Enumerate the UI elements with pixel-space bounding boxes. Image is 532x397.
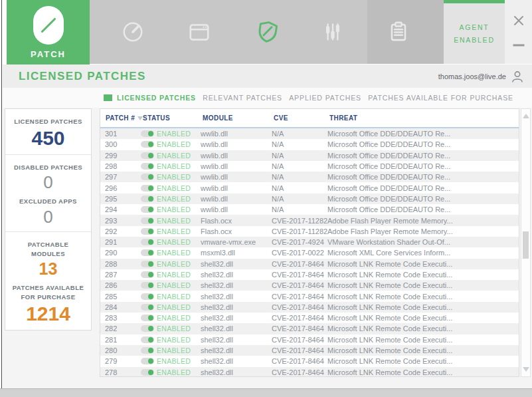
status-toggle[interactable] (141, 369, 154, 376)
cell-status: ENABLED (141, 293, 201, 301)
browser-icon[interactable] (177, 0, 221, 64)
gauge-icon[interactable] (111, 0, 155, 64)
user-area[interactable]: thomas.joos@live.de (438, 65, 524, 88)
cell-status: ENABLED (141, 314, 201, 322)
status-toggle[interactable] (141, 293, 154, 300)
status-toggle[interactable] (141, 249, 154, 256)
status-toggle[interactable] (141, 174, 154, 180)
cell-status: ENABLED (141, 162, 201, 170)
window-left-border (1, 0, 2, 388)
status-toggle[interactable] (141, 271, 154, 278)
status-toggle[interactable] (141, 282, 154, 289)
status-toggle[interactable] (141, 228, 154, 235)
table-row[interactable]: 291ENABLEDvmware-vmx.exeCVE-2017-4924VMw… (100, 237, 519, 247)
cell-patch-number: 286 (100, 281, 141, 289)
cell-module: wwlib.dll (201, 130, 272, 138)
cell-patch-number: 283 (100, 314, 141, 322)
scroll-up-icon[interactable] (523, 114, 529, 118)
cell-status: ENABLED (141, 249, 201, 257)
table-row[interactable]: 299ENABLEDwwlib.dllN/AMicrosoft Office D… (100, 150, 519, 161)
toggle-knob-icon (148, 283, 153, 288)
table-row[interactable]: 282ENABLEDshell32.dllCVE-2017-8464Micros… (100, 323, 519, 334)
cell-module: wwlib.dll (201, 195, 272, 203)
sort-descending-icon[interactable] (137, 116, 143, 120)
status-toggle[interactable] (141, 325, 154, 332)
window-bottom-edge (0, 388, 532, 397)
cell-threat: Adobe Flash Player Remote Memory... (327, 227, 519, 235)
cell-threat: Microsoft LNK Remote Code Executi... (327, 368, 519, 376)
status-toggle[interactable] (141, 185, 154, 192)
status-toggle[interactable] (141, 141, 154, 148)
toolbar-tab-patch[interactable]: PATCH (7, 0, 90, 65)
status-toggle[interactable] (141, 206, 154, 213)
status-toggle[interactable] (141, 315, 154, 321)
cell-status: ENABLED (141, 217, 201, 225)
cell-patch-number: 278 (100, 368, 141, 376)
toolbar: PATCH (3, 0, 532, 65)
table-row[interactable]: 285ENABLEDshell32.dllCVE-2017-8464Micros… (100, 291, 519, 301)
status-toggle[interactable] (141, 239, 154, 245)
table-row[interactable]: 296ENABLEDwwlib.dllN/AMicrosoft Office D… (100, 182, 519, 193)
status-toggle[interactable] (141, 304, 154, 311)
table-row[interactable]: 283ENABLEDshell32.dllCVE-2017-8464Micros… (100, 313, 519, 323)
scrollbar-thumb[interactable] (523, 231, 529, 259)
table-row[interactable]: 297ENABLEDwwlib.dllN/AMicrosoft Office D… (100, 172, 519, 182)
cell-patch-number: 296 (100, 184, 141, 192)
table-row[interactable]: 290ENABLEDmsxml3.dllCVE-2017-0022Microso… (100, 247, 519, 258)
tab-relevant-patches[interactable]: RELEVANT PATCHES (203, 94, 282, 102)
tab-applied-patches[interactable]: APPLIED PATCHES (289, 94, 361, 102)
column-header-module[interactable]: MODULE (203, 114, 274, 122)
cell-status: ENABLED (141, 195, 201, 203)
cell-threat: Microsoft Office DDE/DDEAUTO Re... (327, 162, 519, 170)
table-row[interactable]: 294ENABLEDwwlib.dllN/AMicrosoft Office D… (100, 204, 519, 215)
table-row[interactable]: 284ENABLEDshell32.dllCVE-2017-8464Micros… (100, 302, 519, 313)
table-row[interactable]: 287ENABLEDshell32.dllCVE-2017-8464Micros… (100, 269, 519, 280)
stat-value: 0 (5, 174, 91, 192)
column-header-cve[interactable]: CVE (274, 114, 329, 122)
cell-patch-number: 288 (100, 260, 141, 268)
shield-icon[interactable] (246, 0, 290, 64)
table-row[interactable]: 295ENABLEDwwlib.dllN/AMicrosoft Office D… (100, 194, 519, 204)
table-row[interactable]: 279ENABLEDshell32.dllCVE-2017-8464Micros… (100, 356, 519, 366)
status-toggle[interactable] (141, 152, 154, 159)
cell-threat: VMware Workstation Shader Out-Of... (327, 238, 519, 246)
table-row[interactable]: 281ENABLEDshell32.dllCVE-2017-8464Micros… (100, 334, 519, 345)
table-row[interactable]: 293ENABLEDFlash.ocxCVE-2017-11282Adobe F… (100, 215, 519, 225)
status-toggle[interactable] (141, 196, 154, 202)
table-scrollbar[interactable] (521, 108, 531, 377)
column-header-patch[interactable]: PATCH # (100, 114, 143, 122)
tab-label: RELEVANT PATCHES (203, 94, 282, 102)
cell-cve: CVE-2017-4924 (272, 238, 327, 246)
column-header-status[interactable]: STATUS (143, 114, 203, 122)
tab-patches-available-for-purchase[interactable]: PATCHES AVAILABLE FOR PURCHASE (368, 94, 513, 102)
table-row[interactable]: 292ENABLEDFlash.ocxCVE-2017-11282Adobe F… (100, 226, 519, 237)
status-toggle[interactable] (141, 217, 154, 224)
table-row[interactable]: 280ENABLEDshell32.dllCVE-2017-8464Micros… (100, 345, 519, 356)
table-row[interactable]: 300ENABLEDwwlib.dllN/AMicrosoft Office D… (100, 139, 519, 150)
scroll-down-icon[interactable] (523, 367, 529, 372)
clipboard-icon[interactable] (377, 0, 420, 64)
table-row[interactable]: 286ENABLEDshell32.dllCVE-2017-8464Micros… (100, 280, 519, 291)
status-toggle[interactable] (141, 358, 154, 364)
table-row[interactable]: 298ENABLEDwwlib.dllN/AMicrosoft Office D… (100, 161, 519, 172)
toggle-knob-icon (148, 153, 153, 158)
table-row[interactable]: 301ENABLEDwwlib.dllN/AMicrosoft Office D… (100, 128, 519, 139)
table-row[interactable]: 278ENABLEDshell32.dllCVE-2017-8464Micros… (100, 367, 519, 377)
cell-cve: CVE-2017-8464 (272, 303, 327, 311)
close-icon[interactable] (513, 15, 525, 29)
status-toggle[interactable] (141, 130, 154, 137)
stat-patchable-modules: PATCHABLE MODULES13 (5, 235, 91, 278)
cell-module: shell32.dll (201, 346, 272, 354)
tab-licensed-patches[interactable]: LICENSED PATCHES (104, 94, 196, 102)
status-toggle[interactable] (141, 336, 154, 343)
status-toggle[interactable] (141, 261, 154, 267)
column-header-threat[interactable]: THREAT (329, 114, 519, 122)
sliders-icon[interactable] (311, 0, 355, 64)
status-label: ENABLED (157, 271, 191, 279)
cell-module: shell32.dll (201, 336, 272, 344)
table-row[interactable]: 288ENABLEDshell32.dllCVE-2017-8464Micros… (100, 259, 519, 269)
agent-status-panel[interactable]: AGENT ENABLED (444, 0, 505, 64)
minimize-icon[interactable] (509, 41, 528, 51)
status-toggle[interactable] (141, 163, 154, 170)
status-toggle[interactable] (141, 347, 154, 354)
